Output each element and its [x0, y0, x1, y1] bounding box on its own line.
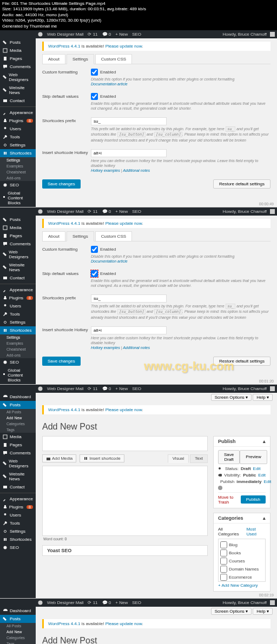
nav-plugins[interactable]: Plugins8: [0, 503, 36, 511]
updates-count[interactable]: ⟳ 11: [88, 32, 97, 37]
content-editor[interactable]: [42, 466, 208, 536]
nav-tags[interactable]: Tags: [0, 427, 36, 433]
yoast-metabox[interactable]: Yoast SEO: [42, 545, 208, 556]
seo-menu[interactable]: SEO: [132, 32, 141, 37]
category-item[interactable]: Ecommerce: [220, 573, 263, 581]
screen-options-btn[interactable]: Screen Options ▾: [211, 608, 252, 615]
category-item[interactable]: Domain Names: [220, 565, 263, 573]
avatar-icon[interactable]: [270, 209, 275, 214]
nav-users[interactable]: Users: [0, 511, 36, 519]
tab-about[interactable]: About: [42, 231, 65, 241]
tab-about[interactable]: About: [42, 54, 65, 64]
avatar-icon[interactable]: [270, 386, 275, 391]
nav-seo[interactable]: SEO: [0, 181, 36, 189]
update-now-link[interactable]: Please update now: [105, 44, 142, 49]
comments-count[interactable]: 💬 0: [102, 32, 111, 37]
cats-all-tab[interactable]: All Categories: [218, 527, 243, 536]
tab-custom-css[interactable]: Custom CSS: [95, 231, 132, 241]
category-list[interactable]: Blog Books Courses Domain Names Ecommerc…: [218, 539, 266, 582]
nav-pages[interactable]: Pages: [0, 55, 36, 63]
nav-tools[interactable]: Tools: [0, 519, 36, 527]
nav-appearance[interactable]: Appearance: [0, 286, 36, 294]
nav-media[interactable]: Media: [0, 433, 36, 441]
nav-appearance[interactable]: Appearance: [0, 109, 36, 117]
nav-sc-addons[interactable]: Add-ons: [0, 352, 36, 358]
nav-allposts[interactable]: All Posts: [0, 409, 36, 415]
nav-posts[interactable]: Posts: [0, 615, 36, 623]
save-button[interactable]: Save changes: [42, 357, 81, 366]
nav-posts[interactable]: Posts: [0, 216, 36, 224]
sp-input[interactable]: [91, 117, 167, 125]
move-to-trash[interactable]: Move to Trash: [218, 495, 241, 505]
nav-comments[interactable]: Comments: [0, 449, 36, 457]
hk-notes-link[interactable]: Additional notes: [123, 169, 150, 172]
wp-logo-icon[interactable]: [38, 600, 43, 605]
nav-settings[interactable]: Settings: [0, 141, 36, 149]
save-draft-button[interactable]: Save Draft: [218, 450, 240, 464]
nav-sc-cheatsheet[interactable]: Cheatsheet: [0, 169, 36, 175]
help-btn[interactable]: Help ▾: [253, 394, 273, 401]
tab-text[interactable]: Text: [190, 454, 208, 463]
nav-shortcodes[interactable]: Shortcodes: [0, 326, 36, 334]
cf-doc-link[interactable]: Documentation article: [91, 82, 128, 86]
category-item[interactable]: Blog: [220, 541, 263, 549]
nav-settings[interactable]: Settings: [0, 318, 36, 326]
nav-addnew[interactable]: Add New: [0, 415, 36, 421]
nav-sc-addons[interactable]: Add-ons: [0, 175, 36, 181]
new-menu[interactable]: + New: [115, 32, 128, 37]
nav-webdesigners[interactable]: Web Designers: [0, 71, 36, 84]
tab-settings[interactable]: Settings: [67, 54, 94, 64]
nav-webdesigners[interactable]: Web Designers: [0, 248, 36, 261]
save-button[interactable]: Save changes: [42, 179, 81, 189]
hk-input[interactable]: [91, 149, 167, 157]
publish-button[interactable]: Publish: [241, 495, 266, 504]
nav-posts[interactable]: Posts: [0, 38, 36, 46]
nav-gcb[interactable]: Global Content Blocks: [0, 366, 36, 384]
wp-logo-icon[interactable]: [38, 386, 43, 391]
nav-users[interactable]: Users: [0, 125, 36, 133]
nav-users[interactable]: Users: [0, 302, 36, 310]
hk-input[interactable]: [91, 326, 167, 334]
nav-plugins[interactable]: Plugins8: [0, 294, 36, 302]
category-item[interactable]: Featured: [220, 581, 263, 582]
wp-logo-icon[interactable]: [38, 32, 43, 37]
nav-websitenews[interactable]: Website News: [0, 84, 36, 97]
preview-button[interactable]: Preview: [240, 450, 267, 464]
nav-websitenews[interactable]: Website News: [0, 470, 36, 483]
edit-date[interactable]: Edit: [264, 479, 272, 484]
nav-shortcodes[interactable]: Shortcodes: [0, 535, 36, 544]
post-title-input[interactable]: [42, 436, 208, 451]
wp-logo-icon[interactable]: [38, 209, 43, 214]
nav-websitenews[interactable]: Website News: [0, 261, 36, 274]
edit-visibility[interactable]: Edit: [258, 473, 266, 478]
tab-visual[interactable]: Visual: [168, 454, 189, 463]
cf-checkbox[interactable]: [91, 69, 98, 76]
nav-sc-examples[interactable]: Examples: [0, 340, 36, 346]
nav-contact[interactable]: Contact: [0, 483, 36, 491]
nav-dashboard[interactable]: Dashboard: [0, 393, 36, 401]
avatar-icon[interactable]: [270, 32, 275, 37]
nav-media[interactable]: Media: [0, 224, 36, 232]
nav-appearance[interactable]: Appearance: [0, 495, 36, 503]
nav-dashboard[interactable]: Dashboard: [0, 607, 36, 615]
nav-pages[interactable]: Pages: [0, 232, 36, 240]
nav-comments[interactable]: Comments: [0, 63, 36, 71]
tab-settings[interactable]: Settings: [67, 231, 94, 242]
nav-settings[interactable]: Settings: [0, 527, 36, 535]
category-item[interactable]: Books: [220, 549, 263, 557]
screen-options-btn[interactable]: Screen Options ▾: [211, 394, 252, 401]
nav-posts[interactable]: Posts: [0, 401, 36, 409]
category-item[interactable]: Courses: [220, 557, 263, 565]
nav-comments[interactable]: Comments: [0, 240, 36, 248]
nav-categories[interactable]: Categories: [0, 421, 36, 427]
avatar-icon[interactable]: [270, 600, 275, 605]
cats-most-tab[interactable]: Most Used: [246, 527, 266, 536]
toggle-icon[interactable]: ▴: [263, 439, 266, 444]
nav-shortcodes[interactable]: Shortcodes: [0, 149, 36, 157]
nav-plugins[interactable]: Plugins8: [0, 117, 36, 125]
howdy[interactable]: Howdy, Bruce Chamoff: [222, 32, 267, 37]
nav-tools[interactable]: Tools: [0, 310, 36, 318]
nav-sc-settings[interactable]: Settings: [0, 157, 36, 163]
nav-pages[interactable]: Pages: [0, 441, 36, 449]
site-name[interactable]: Web Designer Mall: [47, 32, 83, 37]
